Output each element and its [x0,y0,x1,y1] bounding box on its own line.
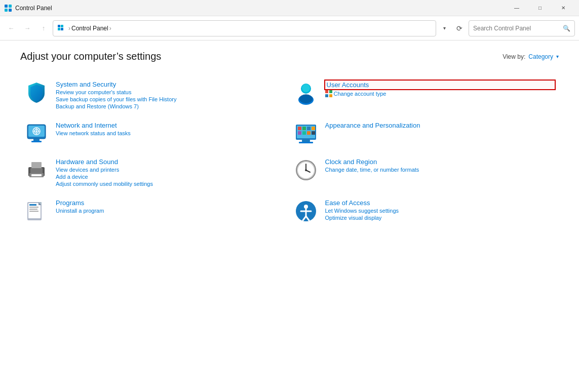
refresh-button[interactable]: ⟳ [452,21,467,35]
title-bar-controls: — □ ✕ [505,0,575,16]
network-icon [24,122,49,146]
svg-rect-0 [5,5,8,8]
ease-link-1[interactable]: Let Windows suggest settings [325,208,555,214]
svg-rect-2 [5,9,8,12]
address-path[interactable]: › Control Panel › [53,20,436,36]
svg-rect-6 [58,28,60,30]
close-button[interactable]: ✕ [552,0,575,16]
shield-icon [24,81,49,105]
path-separator-1: › [68,25,70,32]
svg-rect-39 [31,162,42,168]
network-link-1[interactable]: View network status and tasks [56,130,286,136]
maximize-button[interactable]: □ [528,0,552,16]
category-appearance[interactable]: Appearance and Personalization [290,115,559,152]
network-internet-title[interactable]: Network and Internet [56,122,286,129]
page-header: Adjust your computer’s settings View by:… [20,51,559,62]
title-bar: Control Panel — □ ✕ [0,0,579,16]
svg-rect-5 [61,25,63,27]
network-internet-content: Network and Internet View network status… [56,122,286,136]
svg-rect-41 [31,174,42,176]
programs-title[interactable]: Programs [56,199,286,207]
view-by-label: View by: [503,53,525,60]
svg-rect-13 [329,90,332,93]
svg-point-47 [305,169,307,171]
window-title: Control Panel [15,5,52,12]
clock-icon [294,158,318,182]
svg-rect-52 [29,209,37,210]
system-security-link-2[interactable]: Save backup copies of your files with Fi… [56,96,286,102]
title-bar-left: Control Panel [4,4,52,12]
appearance-content: Appearance and Personalization [325,122,555,129]
svg-rect-30 [312,127,315,130]
hardware-sound-content: Hardware and Sound View devices and prin… [56,158,286,187]
forward-button[interactable]: → [20,21,34,35]
hardware-icon [24,158,49,182]
user-accounts-link-1[interactable]: Change account type [334,91,387,97]
window-icon [4,4,12,12]
system-security-link-3[interactable]: Backup and Restore (Windows 7) [56,103,286,109]
path-separator-2: › [109,25,111,32]
clock-link-1[interactable]: Change date, time, or number formats [325,167,555,173]
svg-point-11 [299,94,313,103]
svg-rect-31 [298,131,301,135]
ease-icon [294,199,318,223]
user-accounts-title[interactable]: User Accounts [325,81,555,89]
system-security-link-1[interactable]: Review your computer's status [56,89,286,95]
user-accounts-content: User Accounts Change account type [325,81,555,97]
categories-grid: System and Security Review your computer… [20,74,559,229]
svg-rect-36 [299,142,313,143]
minimize-button[interactable]: — [505,0,528,16]
view-by-chevron: ▾ [556,54,559,59]
category-hardware-sound[interactable]: Hardware and Sound View devices and prin… [20,152,290,193]
address-bar: ← → ↑ › Control Panel › ▾ ⟳ 🔍 [0,16,579,41]
hardware-sound-title[interactable]: Hardware and Sound [56,158,286,166]
programs-link-1[interactable]: Uninstall a program [56,208,286,214]
svg-rect-15 [329,94,332,97]
svg-rect-1 [9,5,12,8]
svg-rect-53 [29,211,38,212]
svg-rect-28 [302,127,306,130]
category-network-internet[interactable]: Network and Internet View network status… [20,115,290,152]
appearance-title[interactable]: Appearance and Personalization [325,122,555,129]
search-input[interactable] [473,25,563,32]
svg-rect-19 [31,141,42,142]
user-accounts-icon [294,81,318,105]
svg-rect-3 [9,9,12,12]
svg-rect-33 [307,131,311,135]
hardware-link-3[interactable]: Adjust commonly used mobility settings [56,181,286,187]
change-account-icon [325,90,332,97]
address-dropdown-button[interactable]: ▾ [438,20,450,36]
search-box: 🔍 [469,20,575,36]
view-by-control: View by: Category ▾ [503,53,559,60]
appearance-icon [294,122,318,146]
programs-content: Programs Uninstall a program [56,199,286,214]
svg-point-10 [302,84,310,92]
svg-rect-32 [302,131,306,135]
view-by-value[interactable]: Category [528,53,553,60]
page-title: Adjust your computer’s settings [20,51,161,62]
category-clock-region[interactable]: Clock and Region Change date, time, or n… [290,152,559,193]
category-user-accounts[interactable]: User Accounts Change account type [290,74,559,115]
category-programs[interactable]: Programs Uninstall a program [20,193,290,229]
category-ease-of-access[interactable]: Ease of Access Let Windows suggest setti… [290,193,559,229]
svg-rect-29 [307,127,311,130]
svg-rect-50 [29,204,36,206]
svg-rect-7 [61,28,63,30]
svg-rect-51 [29,207,38,208]
ease-of-access-title[interactable]: Ease of Access [325,199,555,207]
svg-rect-12 [325,90,328,93]
svg-rect-14 [325,94,328,97]
hardware-link-1[interactable]: View devices and printers [56,167,286,173]
back-button[interactable]: ← [4,21,18,35]
svg-rect-4 [58,25,60,27]
up-button[interactable]: ↑ [36,21,51,35]
category-system-security[interactable]: System and Security Review your computer… [20,74,290,115]
svg-rect-27 [298,127,301,130]
system-security-title[interactable]: System and Security [56,81,286,88]
programs-icon [24,199,49,223]
ease-link-2[interactable]: Optimize visual display [325,215,555,221]
hardware-link-2[interactable]: Add a device [56,174,286,180]
main-content: Adjust your computer’s settings View by:… [0,41,579,392]
clock-region-title[interactable]: Clock and Region [325,158,555,166]
path-control-panel: Control Panel [71,25,108,32]
